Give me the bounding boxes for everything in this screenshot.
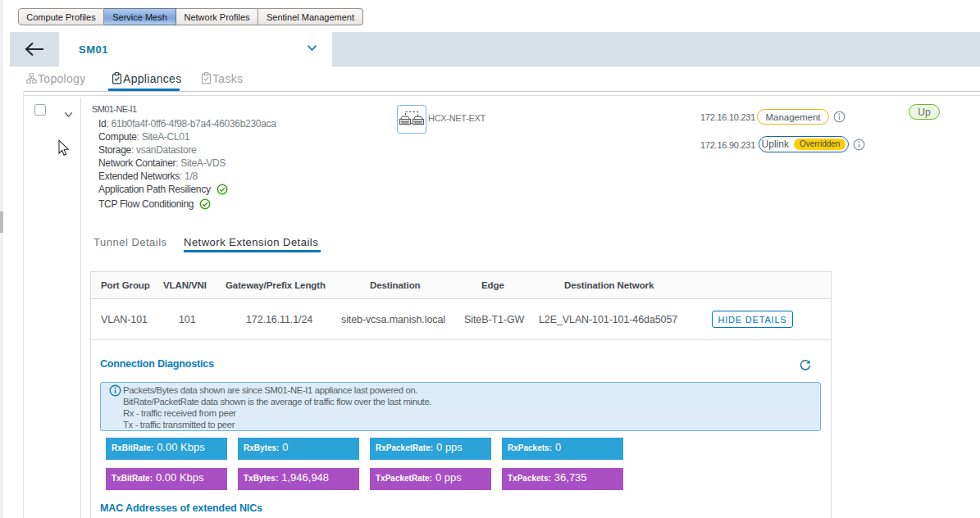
table-header-border — [90, 298, 831, 299]
metric-tx-bitrate-label: TxBitRate: — [112, 468, 153, 483]
hide-details-label: HIDE DETAILS — [718, 315, 787, 325]
info-line-2: BitRate/PacketRate data shown is the ave… — [123, 397, 431, 407]
service-mesh-name: SM01 — [79, 43, 108, 56]
tabs-divider — [24, 91, 980, 92]
metric-rx-bytes-label: RxBytes: — [244, 438, 279, 452]
badge-overridden: Overridden — [794, 139, 846, 151]
field-storage-value: vsanDatastore — [136, 144, 196, 156]
status-badge-up-label: Up — [918, 107, 930, 118]
back-arrow-icon — [24, 41, 45, 57]
col-vlan-vni: VLAN/VNI — [163, 280, 207, 290]
field-extended-networks-label: Extended Networks — [98, 170, 180, 182]
appliance-name: SM01-NE-I1 — [92, 104, 137, 114]
tab-tunnel-details-label: Tunnel Details — [93, 236, 167, 248]
metric-rx-bitrate-label: RxBitRate: — [112, 438, 153, 452]
feature-tcp-flow-conditioning-label: TCP Flow Conditioning — [98, 198, 194, 210]
badge-management: Management — [757, 109, 829, 125]
topology-icon — [26, 73, 37, 84]
metric-tx-bitrate: TxBitRate: 0.00 Kbps — [106, 468, 227, 490]
info-icon-uplink[interactable] — [853, 139, 865, 154]
tab-service-mesh[interactable]: Service Mesh — [104, 8, 176, 25]
col-gateway-prefix: Gateway/Prefix Length — [226, 280, 326, 290]
row-expand-chevron[interactable] — [64, 107, 73, 121]
tab-tunnel-details[interactable]: Tunnel Details — [93, 236, 167, 248]
hcx-service-mesh-screen: Compute Profiles Service Mesh Network Pr… — [0, 0, 980, 518]
tab-topology-label: Topology — [38, 72, 85, 85]
tab-appliances[interactable]: Appliances — [112, 71, 182, 85]
feature-tcp-flow-conditioning: TCP Flow Conditioning — [98, 198, 211, 210]
field-network-container-label: Network Container — [98, 157, 175, 169]
field-storage-label: Storage — [98, 144, 131, 156]
field-id-value: 61b0fa4f-0ff6-4f98-b7a4-46036b230aca — [112, 118, 276, 130]
tab-compute-profiles-label: Compute Profiles — [26, 12, 95, 22]
mouse-cursor-icon — [58, 139, 70, 160]
tab-network-extension-details[interactable]: Network Extension Details — [184, 236, 318, 248]
cell-edge: SiteB-T1-GW — [464, 314, 524, 325]
cell-port-group: VLAN-101 — [101, 314, 148, 325]
chevron-down-icon — [307, 44, 317, 52]
field-network-container: Network Container: SiteA-VDS — [98, 157, 226, 169]
feature-app-path-resiliency-label: Application Path Resiliency — [98, 184, 211, 195]
info-circle-icon-svg — [853, 139, 865, 151]
info-icon-management[interactable] — [833, 111, 846, 126]
metric-tx-packets: TxPackets: 36,735 — [502, 468, 623, 490]
tab-compute-profiles[interactable]: Compute Profiles — [18, 8, 104, 25]
network-extension-appliance-icon — [397, 105, 426, 134]
hide-details-button[interactable]: HIDE DETAILS — [712, 311, 793, 328]
connection-diagnostics-title: Connection Diagnostics — [100, 358, 214, 370]
field-network-container-value: SiteA-VDS — [180, 157, 226, 169]
tab-sentinel-management[interactable]: Sentinel Management — [258, 8, 363, 25]
info-circle-icon-svg — [833, 111, 846, 123]
metric-tx-packets-label: TxPackets: — [508, 468, 551, 483]
refresh-icon[interactable] — [799, 359, 812, 375]
badge-management-label: Management — [765, 112, 820, 122]
check-circle-icon — [217, 184, 228, 195]
tab-topology[interactable]: Topology — [26, 71, 85, 85]
clipboard-check-icon-svg — [112, 72, 122, 84]
metric-rx-bitrate-value: 0.00 Kbps — [157, 441, 205, 453]
col-destination: Destination — [370, 280, 421, 290]
mac-addresses-title: MAC Addresses of extended NICs — [100, 502, 262, 514]
metric-rx-bytes: RxBytes: 0 — [238, 438, 359, 460]
left-scrollbar-track — [0, 0, 3, 518]
back-button[interactable] — [10, 32, 59, 66]
col-port-group: Port Group — [101, 280, 150, 290]
metric-tx-packets-value: 36,735 — [554, 471, 587, 484]
status-badge-up: Up — [909, 104, 940, 120]
chevron-down-icon — [64, 111, 73, 118]
row-gutter-divider — [80, 98, 81, 518]
cell-vlan-vni: 101 — [179, 314, 196, 325]
tab-network-profiles[interactable]: Network Profiles — [176, 8, 258, 25]
appliance-type-label: HCX-NET-EXT — [428, 113, 485, 123]
metric-tx-packetrate: TxPacketRate: 0 pps — [370, 468, 491, 490]
check-circle-icon — [199, 198, 211, 210]
ip-management: 172.16.10.231 — [700, 112, 755, 122]
cell-destination: siteb-vcsa.manish.local — [341, 314, 445, 325]
refresh-icon-svg — [799, 359, 812, 372]
metric-tx-packetrate-value: 0 pps — [435, 471, 462, 484]
field-compute-value: SiteA-CL01 — [142, 131, 189, 143]
feature-app-path-resiliency: Application Path Resiliency — [98, 184, 228, 195]
tab-appliances-label: Appliances — [123, 72, 182, 85]
active-detail-tab-underline — [184, 250, 321, 252]
left-scrollbar-thumb[interactable] — [0, 211, 3, 233]
metric-tx-bytes: TxBytes: 1,946,948 — [238, 468, 359, 490]
service-mesh-selector[interactable]: SM01 — [59, 32, 332, 66]
field-compute-label: Compute — [98, 131, 137, 143]
metric-tx-packetrate-label: TxPacketRate: — [376, 468, 432, 483]
field-id-label: Id — [98, 118, 106, 130]
table-right-border — [831, 271, 832, 518]
metric-rx-packetrate-value: 0 pps — [436, 441, 463, 453]
field-extended-networks: Extended Networks: 1/8 — [98, 170, 198, 182]
info-line-4: Tx - traffic transmitted to peer — [123, 420, 235, 429]
table-top-border — [90, 271, 831, 272]
info-line-1: Packets/Bytes data shown are since SM01-… — [123, 385, 417, 395]
tab-network-profiles-label: Network Profiles — [184, 12, 249, 22]
row-checkbox[interactable] — [34, 104, 46, 116]
cell-gateway-prefix: 172.16.11.1/24 — [246, 314, 312, 325]
tab-tasks[interactable]: Tasks — [201, 71, 243, 85]
appliances-icon — [112, 72, 122, 84]
metric-rx-packetrate-label: RxPacketRate: — [376, 438, 433, 452]
content-left-border — [23, 91, 24, 518]
info-circle-icon — [109, 384, 121, 400]
